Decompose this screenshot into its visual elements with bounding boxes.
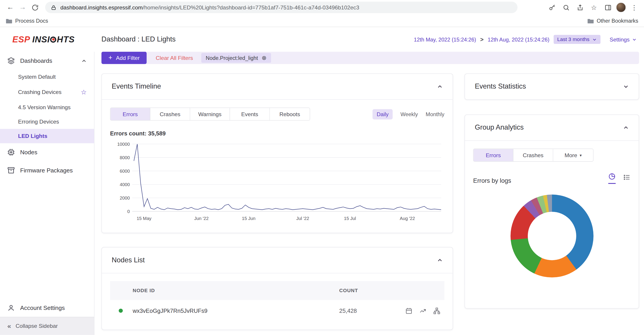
chevron-down-icon <box>623 84 629 89</box>
address-bar[interactable]: dashboard.insights.espressif.com/home/in… <box>45 1 518 13</box>
analytics-tabs: Errors Crashes More ▾ <box>473 149 594 162</box>
sidebar-item-dashboards[interactable]: Dashboards <box>0 52 94 70</box>
logo-hts-text: HTS <box>57 34 75 44</box>
side-panel-button[interactable] <box>602 1 614 13</box>
filter-chip[interactable]: Node.Project:led_light ⊗ <box>201 53 271 63</box>
sidebar-spacer <box>0 179 94 299</box>
folder-icon <box>6 18 12 24</box>
tab-crashes[interactable]: Crashes <box>150 108 190 120</box>
sidebar-item-system-default[interactable]: System Default <box>0 70 94 84</box>
sidebar-item-account-settings[interactable]: Account Settings <box>0 299 94 317</box>
search-icon <box>562 4 570 11</box>
tab-label: Crashes <box>160 111 180 117</box>
date-range-start: 12th May, 2022 (15:24:26) <box>414 36 476 42</box>
filter-chip-label: Node.Project:led_light <box>206 55 258 61</box>
sitemap-icon <box>433 307 440 314</box>
profile-avatar[interactable] <box>616 2 626 12</box>
sidebar-firmware-label: Firmware Packages <box>20 167 73 174</box>
sidebar-item-nodes[interactable]: Nodes <box>0 143 94 161</box>
browser-actions: ☆ ⋮ <box>546 1 640 13</box>
collapse-card-button[interactable] <box>623 125 629 130</box>
tab-more[interactable]: More ▾ <box>553 149 593 161</box>
tab-errors[interactable]: Errors <box>474 149 514 161</box>
other-bookmarks[interactable]: Other Bookmarks <box>587 18 638 24</box>
svg-text:6000: 6000 <box>120 169 130 174</box>
reload-button[interactable] <box>29 1 41 13</box>
cpu-icon <box>8 149 15 156</box>
list-view-button[interactable] <box>623 174 630 184</box>
url-path: /home/insights/LED%20Lights?dashboard-id… <box>143 4 359 10</box>
chevron-down-icon <box>592 37 597 42</box>
double-chevron-left-icon: « <box>8 323 11 330</box>
app-logo[interactable]: ESPINSIHTS <box>0 34 94 44</box>
nodes-table: NODE ID COUNT wx3vEoGgJPk7Rn5JvRUFs9 25,… <box>102 273 452 330</box>
logo-insi-text: INSI <box>32 34 50 44</box>
tab-crashes[interactable]: Crashes <box>514 149 553 161</box>
expand-card-button[interactable] <box>623 84 629 89</box>
sidebar-item-crashing-devices[interactable]: Crashing Devices ☆ <box>0 84 94 100</box>
search-tabs-button[interactable] <box>560 1 572 13</box>
bookmark-star-button[interactable]: ☆ <box>588 1 600 13</box>
collapse-card-button[interactable] <box>437 257 443 263</box>
granularity-weekly[interactable]: Weekly <box>400 111 418 117</box>
nodes-list-card: Nodes List NODE ID COUNT <box>102 247 453 330</box>
pie-view-button[interactable] <box>608 173 616 184</box>
logo-esp-text: ESP <box>12 34 30 44</box>
favorite-star-icon[interactable]: ☆ <box>81 88 86 96</box>
event-type-tabs: Errors Crashes Warnings Events Reboots <box>110 108 310 121</box>
time-range-dropdown[interactable]: Last 3 months <box>554 35 601 44</box>
clear-all-filters-button[interactable]: Clear All Filters <box>156 55 193 61</box>
other-bookmarks-label: Other Bookmarks <box>597 18 638 24</box>
sidebar-item-45-version-warnings[interactable]: 4.5 Version Warnings <box>0 100 94 115</box>
settings-dropdown[interactable]: Settings <box>610 36 636 42</box>
node-hierarchy-button[interactable] <box>433 307 440 314</box>
tab-reboots[interactable]: Reboots <box>270 108 310 120</box>
view-toggles <box>608 173 630 184</box>
tab-warnings[interactable]: Warnings <box>190 108 230 120</box>
errors-by-logs-label: Errors by logs <box>473 177 511 184</box>
sidebar-item-label: Erroring Devices <box>18 119 59 125</box>
tab-label: Events <box>241 111 258 117</box>
errors-timeline-chart: 020004000600080001000015 MayJun '2215 Ju… <box>110 141 444 224</box>
sidebar-item-firmware-packages[interactable]: Firmware Packages <box>0 161 94 179</box>
browser-menu-button[interactable]: ⋮ <box>628 1 640 13</box>
key-icon <box>548 4 555 11</box>
forward-button[interactable]: → <box>16 1 29 13</box>
granularity-monthly[interactable]: Monthly <box>426 111 444 117</box>
nodes-table-header: NODE ID COUNT <box>110 281 444 300</box>
collapse-sidebar-button[interactable]: « Collapse Sidebar <box>0 317 94 335</box>
package-icon <box>8 167 15 174</box>
sidebar: Dashboards System Default Crashing Devic… <box>0 52 94 335</box>
node-calendar-button[interactable] <box>406 307 412 314</box>
date-range-end: 12th Aug, 2022 (15:24:26) <box>488 36 549 42</box>
events-timeline-header: Events Timeline <box>102 74 452 100</box>
svg-text:Jul '22: Jul '22 <box>296 216 309 221</box>
group-analytics-header: Group Analytics <box>465 115 638 141</box>
remove-filter-icon[interactable]: ⊗ <box>262 54 266 61</box>
dashboard-grid: Events Timeline Errors Crashes Warnings <box>102 73 639 330</box>
sidebar-dashboards-label: Dashboards <box>20 57 52 64</box>
granularity-daily[interactable]: Daily <box>372 109 393 119</box>
tab-label: More <box>564 152 577 158</box>
tab-errors[interactable]: Errors <box>110 108 150 120</box>
share-button[interactable] <box>574 1 586 13</box>
tab-events[interactable]: Events <box>230 108 270 120</box>
add-filter-button[interactable]: + Add Filter <box>102 52 147 64</box>
svg-text:15 Jun: 15 Jun <box>242 216 255 221</box>
svg-text:10000: 10000 <box>117 142 130 147</box>
caret-down-icon: ▾ <box>580 153 582 157</box>
sidebar-item-led-lights[interactable]: LED Lights <box>0 129 94 143</box>
chevron-up-icon[interactable] <box>81 58 86 63</box>
bookmark-folder[interactable]: Process Docs <box>6 18 48 24</box>
passwords-key-button[interactable] <box>546 1 558 13</box>
errors-count-label: Errors count: 35,589 <box>110 130 444 137</box>
collapse-card-button[interactable] <box>437 84 443 89</box>
url-domain: dashboard.insights.espressif.com <box>60 4 143 10</box>
app-body: Dashboards System Default Crashing Devic… <box>0 52 644 335</box>
sidebar-item-erroring-devices[interactable]: Erroring Devices <box>0 115 94 129</box>
node-trend-button[interactable] <box>420 307 426 314</box>
events-timeline-card: Events Timeline Errors Crashes Warnings <box>102 73 453 233</box>
share-icon <box>576 4 584 11</box>
table-row[interactable]: wx3vEoGgJPk7Rn5JvRUFs9 25,428 <box>110 300 444 321</box>
back-button[interactable]: ← <box>4 1 16 13</box>
